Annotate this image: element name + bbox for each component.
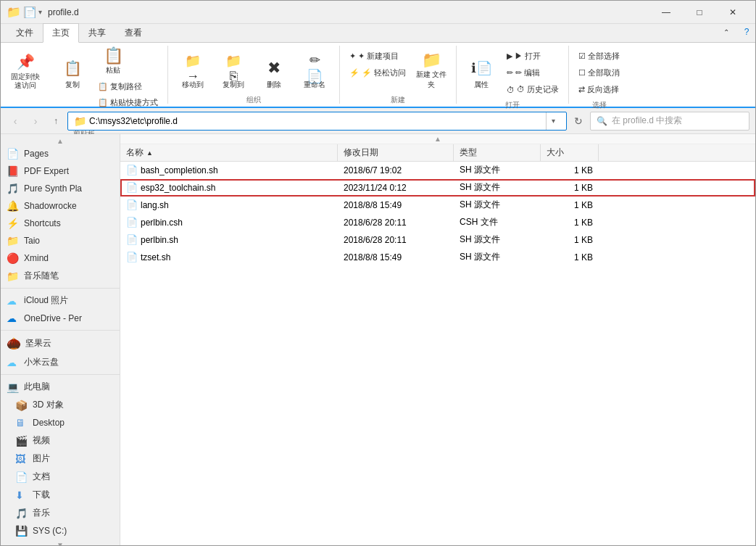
title-folder-icon: 📁 [7, 5, 21, 19]
new-label: 新建 [391, 92, 405, 107]
sidebar-item-pure-synth[interactable]: 🎵 Pure Synth Pla [1, 180, 120, 197]
table-row[interactable]: 📄perlbin.sh 2018/6/28 20:11 SH 源文件 1 KB [120, 231, 755, 249]
pure-synth-icon: 🎵 [7, 183, 20, 194]
sidebar-item-pictures[interactable]: 🖼 图片 [1, 450, 120, 468]
sidebar-onedrive-label: OneDrive - Per [24, 313, 82, 323]
table-row[interactable]: 📄lang.sh 2018/8/8 15:49 SH 源文件 1 KB [120, 197, 755, 214]
copy-button[interactable]: 📋 复制 [54, 49, 91, 92]
sidebar-shadowrocket-label: Shadowrocke [24, 201, 77, 211]
copy-icon: 📋 [61, 57, 84, 80]
sidebar-item-pages[interactable]: 📄 Pages [1, 145, 120, 162]
paste-shortcut-button[interactable]: 📋 粘贴快捷方式 [94, 95, 162, 110]
pictures-icon: 🖼 [15, 453, 28, 465]
new-folder-button[interactable]: 📁 新建 文件夹 [412, 49, 450, 92]
title-arrow: ▾ [38, 8, 42, 16]
col-header-name[interactable]: 名称 ▲ [120, 144, 338, 161]
ribbon-group-select: ☑ 全部选择 ☐ 全部取消 ⇄ 反向选择 选择 [569, 46, 629, 104]
select-all-icon: ☑ [578, 51, 586, 61]
sidebar-item-music-notes[interactable]: 📁 音乐随笔 [1, 267, 120, 285]
rename-button[interactable]: ✏📄 重命名 [296, 49, 333, 92]
tab-home[interactable]: 主页 [43, 23, 79, 43]
col-header-size[interactable]: 大小 [541, 144, 599, 161]
copy-to-button[interactable]: 📁⎘ 复制到 [215, 49, 252, 92]
address-input[interactable]: 📁 C:\msys32\etc\profile.d ▾ [67, 112, 567, 131]
table-row[interactable]: 📄perlbin.csh 2018/6/28 20:11 CSH 文件 1 KB [120, 214, 755, 231]
select-all-button[interactable]: ☑ 全部选择 [575, 49, 623, 64]
tab-share[interactable]: 共享 [79, 23, 115, 42]
paste-shortcut-icon: 📋 [98, 98, 108, 107]
paste-button[interactable]: 📋 粘贴 [94, 49, 132, 78]
up-button[interactable]: ↑ [47, 112, 65, 130]
tab-file[interactable]: 文件 [7, 23, 43, 42]
address-dropdown-btn[interactable]: ▾ [546, 112, 560, 130]
file-date-cell: 2018/6/7 19:02 [338, 165, 454, 175]
refresh-button[interactable]: ↻ [570, 112, 587, 130]
title-doc-icon: 📄 [24, 7, 36, 18]
tab-view[interactable]: 查看 [115, 23, 151, 42]
sidebar-item-pdf-expert[interactable]: 📕 PDF Expert [1, 162, 120, 180]
table-row[interactable]: 📄tzset.sh 2018/8/8 15:49 SH 源文件 1 KB [120, 249, 755, 266]
sidebar-item-downloads[interactable]: ⬇ 下载 [1, 486, 120, 504]
sidebar-item-onedrive[interactable]: ☁ OneDrive - Per [1, 310, 120, 327]
sidebar-item-sys-c[interactable]: 💾 SYS (C:) [1, 522, 120, 539]
address-text: C:\msys32\etc\profile.d [89, 116, 546, 126]
col-header-date[interactable]: 修改日期 [338, 144, 454, 161]
new-item-button[interactable]: ✦ ✦ 新建项目 [346, 49, 410, 64]
pin-button[interactable]: 📌 固定到快 速访问 [7, 49, 44, 92]
help-button[interactable]: ? [738, 25, 755, 39]
history-button[interactable]: ⏱ ⏱ 历史记录 [503, 82, 562, 97]
sidebar-item-3d[interactable]: 📦 3D 对象 [1, 396, 120, 414]
table-row[interactable]: 📄bash_completion.sh 2018/6/7 19:02 SH 源文… [120, 162, 755, 179]
file-area: ▲ 名称 ▲ 修改日期 类型 大小 📄bash_completion.sh 20… [120, 134, 755, 545]
sidebar-item-taio[interactable]: 📁 Taio [1, 232, 120, 249]
file-type-cell: SH 源文件 [454, 181, 541, 194]
sidebar-item-video[interactable]: 🎬 视频 [1, 431, 120, 450]
file-type-cell: SH 源文件 [454, 164, 541, 176]
forward-button[interactable]: › [27, 112, 44, 130]
properties-button[interactable]: ℹ📄 属性 [462, 49, 500, 92]
sidebar-item-desktop[interactable]: 🖥 Desktop [1, 414, 120, 431]
sidebar-item-icloud[interactable]: ☁ iCloud 照片 [1, 291, 120, 310]
copy-path-button[interactable]: 📋 复制路径 [94, 79, 162, 94]
title-icons: 📁 📄 ▾ [7, 5, 42, 19]
copy-path-icon: 📋 [98, 82, 108, 91]
sidebar-shortcuts-label: Shortcuts [24, 218, 61, 228]
documents-icon: 📄 [15, 471, 28, 483]
sidebar-pdf-label: PDF Expert [24, 166, 69, 176]
sidebar-item-jianguoyun[interactable]: 🌰 坚果云 [1, 334, 120, 353]
select-none-button[interactable]: ☐ 全部取消 [575, 65, 623, 80]
delete-button[interactable]: ✖ 删除 [255, 49, 293, 92]
sidebar: ▲ 📄 Pages 📕 PDF Expert 🎵 Pure Synth Pla … [1, 134, 120, 545]
sidebar-item-thispc[interactable]: 💻 此电脑 [1, 378, 120, 396]
sidebar-item-shadowrocket[interactable]: 🔔 Shadowrocke [1, 197, 120, 215]
search-icon: 🔍 [597, 116, 607, 126]
new-item-icon: ✦ [349, 51, 356, 61]
minimize-button[interactable]: — [649, 1, 683, 24]
sidebar-item-music[interactable]: 🎵 音乐 [1, 504, 120, 522]
ribbon-group-new: ✦ ✦ 新建项目 ⚡ ⚡ 轻松访问 📁 新建 文件夹 新建 [340, 46, 457, 104]
search-box[interactable]: 🔍 在 profile.d 中搜索 [590, 112, 749, 131]
move-to-button[interactable]: 📁→ 移动到 [174, 49, 212, 92]
open-button[interactable]: ▶ ▶ 打开 [503, 49, 562, 64]
edit-button[interactable]: ✏ ✏ 编辑 [503, 65, 562, 80]
file-list: 📄bash_completion.sh 2018/6/7 19:02 SH 源文… [120, 162, 755, 545]
ribbon-collapse-btn[interactable]: ⌃ [718, 25, 735, 39]
sidebar-downloads-label: 下载 [33, 489, 50, 501]
ribbon-group-organize: 📁→ 移动到 📁⎘ 复制到 ✖ 删除 ✏📄 重命名 组织 [168, 46, 340, 104]
sidebar-item-xiaomi[interactable]: ☁ 小米云盘 [1, 353, 120, 371]
table-row[interactable]: 📄esp32_toolchain.sh 2023/11/24 0:12 SH 源… [120, 179, 755, 197]
file-name-cell: 📄bash_completion.sh [120, 165, 338, 175]
sidebar-item-documents[interactable]: 📄 文档 [1, 468, 120, 486]
delete-icon: ✖ [262, 57, 286, 80]
ribbon-open-content: ℹ📄 属性 ▶ ▶ 打开 ✏ ✏ 编辑 ⏱ ⏱ 历史记录 [462, 46, 562, 97]
close-button[interactable]: ✕ [716, 1, 749, 24]
sidebar-icloud-label: iCloud 照片 [24, 294, 68, 307]
invert-select-button[interactable]: ⇄ 反向选择 [575, 82, 623, 97]
back-button[interactable]: ‹ [7, 112, 24, 130]
col-header-type[interactable]: 类型 [454, 144, 541, 161]
easy-access-button[interactable]: ⚡ ⚡ 轻松访问 [346, 65, 410, 80]
maximize-button[interactable]: □ [683, 1, 716, 24]
sidebar-item-shortcuts[interactable]: ⚡ Shortcuts [1, 215, 120, 232]
sidebar-item-xmind[interactable]: 🔴 Xmind [1, 249, 120, 267]
sidebar-divider-3 [1, 374, 120, 375]
